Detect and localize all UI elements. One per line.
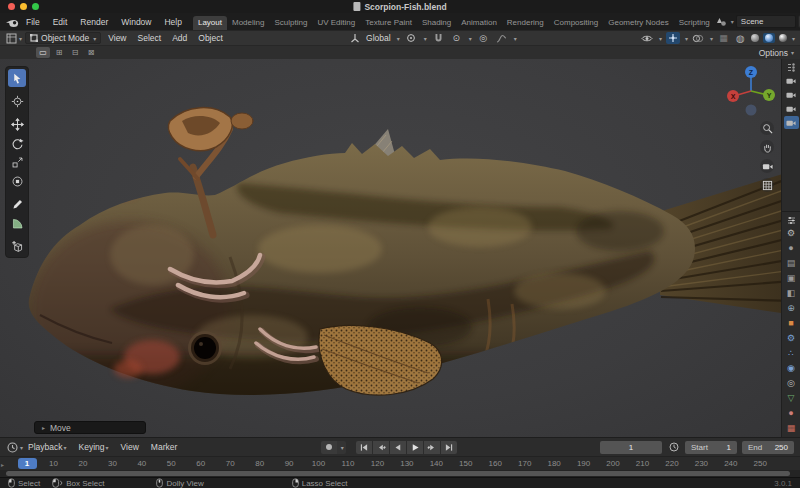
workspace-tab-scripting[interactable]: Scripting	[674, 16, 715, 30]
workspace-tab-texture-paint[interactable]: Texture Paint	[360, 16, 417, 30]
timeline-menu-keying[interactable]: Keying▾	[78, 441, 110, 453]
start-frame-field[interactable]: Start 1	[685, 441, 737, 454]
falloff-caret[interactable]: ▾	[514, 35, 517, 42]
tool-scale[interactable]	[8, 153, 26, 171]
workspace-tab-rendering[interactable]: Rendering	[502, 16, 549, 30]
timeline-editor-icon[interactable]	[6, 441, 19, 453]
shading-caret[interactable]: ▾	[792, 35, 795, 42]
overlays-caret[interactable]: ▾	[710, 35, 713, 42]
tool-move[interactable]	[8, 115, 26, 133]
viewport-menu-select[interactable]: Select	[137, 32, 163, 44]
snap-magnet-icon[interactable]	[432, 32, 445, 44]
workspace-tab-shading[interactable]: Shading	[417, 16, 456, 30]
menu-render[interactable]: Render	[79, 16, 109, 28]
jump-to-start-button[interactable]	[356, 441, 372, 454]
editor-type-icon[interactable]	[5, 32, 18, 44]
properties-tab-world-icon[interactable]: ⊕	[784, 302, 799, 315]
outliner-item-camera-icon[interactable]	[784, 116, 799, 129]
pivot-caret[interactable]: ▾	[424, 35, 427, 42]
ruler-expand-icon[interactable]: ▸	[1, 461, 4, 468]
menu-edit[interactable]: Edit	[52, 16, 69, 28]
scene-browse-caret[interactable]: ▾	[731, 18, 734, 25]
scorpion-fish-model[interactable]	[0, 59, 781, 437]
minimize-window-button[interactable]	[20, 3, 27, 10]
nav-control-camera-view-icon[interactable]	[760, 159, 774, 173]
menu-window[interactable]: Window	[120, 16, 152, 28]
outliner-item-camera-icon[interactable]	[784, 74, 799, 87]
timeline-menu-view[interactable]: View	[120, 441, 140, 453]
tool-add-cube[interactable]	[8, 237, 26, 255]
outliner-editor-icon[interactable]	[784, 61, 799, 74]
falloff-curve-icon[interactable]	[495, 32, 508, 44]
menu-help[interactable]: Help	[163, 16, 182, 28]
shading-material-preview-icon[interactable]	[763, 33, 775, 43]
workspace-tab-geometry-nodes[interactable]: Geometry Nodes	[603, 16, 673, 30]
properties-tab-modifiers-icon[interactable]: ⚙	[784, 332, 799, 345]
current-frame-field[interactable]: 1	[600, 441, 662, 454]
snap-caret[interactable]: ▾	[469, 35, 472, 42]
show-object-types-caret[interactable]: ▾	[659, 35, 662, 42]
properties-tab-constraints-icon[interactable]: ◎	[784, 377, 799, 390]
toggle-xray-icon[interactable]: ▦	[717, 32, 730, 44]
timeline-editor-caret[interactable]: ▾	[20, 444, 23, 451]
close-window-button[interactable]	[8, 3, 15, 10]
tool-cursor[interactable]	[8, 92, 26, 110]
transform-orientation-icon[interactable]	[348, 32, 361, 44]
nav-control-toggle-projection-icon[interactable]	[760, 178, 774, 192]
properties-tab-tool-icon[interactable]: ⚙	[784, 227, 799, 240]
workspace-tab-compositing[interactable]: Compositing	[549, 16, 603, 30]
timeline-ruler[interactable]: ▸ 10203040506070809010011012013014015016…	[0, 456, 800, 470]
select-mode-intersect-icon[interactable]: ⊠	[84, 47, 98, 58]
mode-selector[interactable]: Object Mode ▾	[25, 32, 101, 44]
properties-tab-object-data-icon[interactable]: ▽	[784, 392, 799, 405]
properties-tab-scene-icon[interactable]: ◧	[784, 287, 799, 300]
proportional-editing-icon[interactable]: ◎	[477, 32, 490, 44]
navigation-gizmo[interactable]: Z X Y	[723, 63, 779, 119]
pivot-point-icon[interactable]	[405, 32, 418, 44]
shading-solid-icon[interactable]	[751, 34, 759, 42]
auto-keying-caret[interactable]: ▾	[337, 441, 346, 454]
preview-range-icon[interactable]	[667, 441, 680, 453]
tool-rotate[interactable]	[8, 134, 26, 152]
nav-control-pan-icon[interactable]	[760, 140, 774, 154]
viewport-menu-object[interactable]: Object	[197, 32, 224, 44]
workspace-tab-uv-editing[interactable]: UV Editing	[312, 16, 360, 30]
workspace-tab-sculpting[interactable]: Sculpting	[269, 16, 312, 30]
nav-control-zoom-icon[interactable]	[760, 121, 774, 135]
zoom-window-button[interactable]	[32, 3, 39, 10]
workspace-tab-modeling[interactable]: Modeling	[227, 16, 269, 30]
shading-rendered-icon[interactable]	[779, 34, 787, 42]
tool-annotate[interactable]	[8, 195, 26, 213]
jump-to-end-button[interactable]	[441, 441, 457, 454]
select-mode-extend-icon[interactable]: ⊞	[52, 47, 66, 58]
scene-name-field[interactable]: Scene	[736, 15, 796, 28]
properties-tab-material-icon[interactable]: ●	[784, 407, 799, 420]
workspace-tab-layout[interactable]: Layout	[193, 16, 227, 30]
previous-keyframe-button[interactable]	[373, 441, 389, 454]
outliner-item-camera-icon[interactable]	[784, 102, 799, 115]
properties-tab-particles-icon[interactable]: ∴	[784, 347, 799, 360]
outliner-item-camera-icon[interactable]	[784, 88, 799, 101]
tool-measure[interactable]	[8, 214, 26, 232]
scene-icon[interactable]	[715, 16, 728, 28]
workspace-tab-animation[interactable]: Animation	[456, 16, 502, 30]
next-keyframe-button[interactable]	[424, 441, 440, 454]
editor-type-caret[interactable]: ▾	[19, 35, 22, 42]
options-dropdown[interactable]: Options ▾	[759, 48, 794, 58]
transform-orientation-label[interactable]: Global	[366, 33, 391, 43]
timeline-menu-marker[interactable]: Marker	[150, 441, 178, 453]
play-button[interactable]	[407, 441, 423, 454]
3d-viewport[interactable]: Z X Y ▸ Move	[0, 59, 781, 437]
timeline-menu-playback[interactable]: Playback▾	[27, 441, 68, 453]
gizmo-caret[interactable]: ▾	[685, 35, 688, 42]
show-gizmo-icon[interactable]	[666, 32, 680, 44]
show-overlays-icon[interactable]	[692, 32, 705, 44]
end-frame-field[interactable]: End 250	[742, 441, 794, 454]
menu-file[interactable]: File	[25, 16, 41, 28]
viewport-menu-view[interactable]: View	[107, 32, 127, 44]
properties-tab-output-icon[interactable]: ▤	[784, 257, 799, 270]
properties-tab-view-layer-icon[interactable]: ▣	[784, 272, 799, 285]
timeline-scrollbar-thumb[interactable]	[6, 471, 790, 476]
tool-transform[interactable]	[8, 172, 26, 190]
snap-target-icon[interactable]: ⊙	[450, 32, 463, 44]
